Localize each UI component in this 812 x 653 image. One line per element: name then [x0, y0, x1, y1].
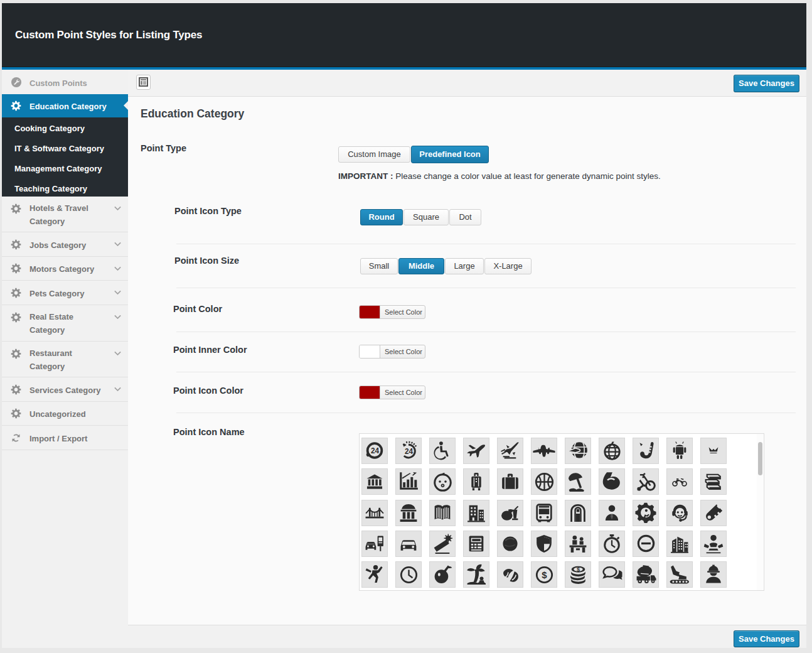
svg-text:$: $ [577, 566, 580, 573]
svg-text:24: 24 [405, 447, 414, 456]
svg-text:$: $ [542, 569, 547, 580]
svg-text:24: 24 [371, 446, 380, 455]
